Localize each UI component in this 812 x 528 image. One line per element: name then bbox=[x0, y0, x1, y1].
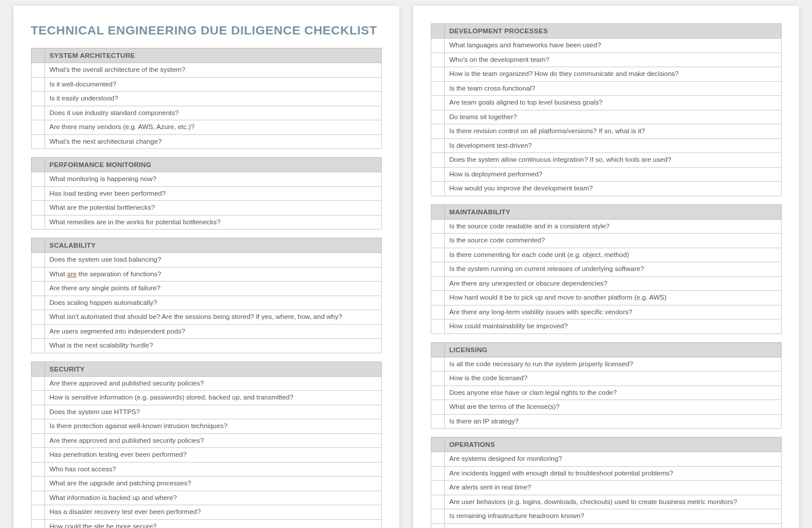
checkbox-cell[interactable] bbox=[431, 96, 445, 110]
checkbox-cell[interactable] bbox=[431, 204, 445, 220]
checkbox-cell[interactable] bbox=[31, 377, 45, 391]
checklist-row: Are users segmented into independent pod… bbox=[31, 325, 382, 339]
checkbox-cell[interactable] bbox=[431, 67, 445, 82]
checkbox-cell[interactable] bbox=[431, 305, 445, 320]
checklist-item-text: What languages and frameworks have been … bbox=[445, 39, 782, 53]
checkbox-cell[interactable] bbox=[431, 400, 445, 415]
checklist-row: Has load testing ever been performed? bbox=[31, 187, 382, 202]
checkbox-cell[interactable] bbox=[31, 120, 45, 135]
checkbox-cell[interactable] bbox=[31, 157, 45, 172]
checkbox-cell[interactable] bbox=[431, 124, 445, 139]
checkbox-cell[interactable] bbox=[31, 78, 45, 92]
checklist-row: Is there revision control on all platfor… bbox=[431, 124, 782, 139]
checklist-item-text: Is the team cross-functional? bbox=[445, 82, 782, 96]
checklist-item-text: Who has root access? bbox=[45, 463, 382, 477]
checklist-item-text: Are there approved and published securit… bbox=[45, 377, 382, 391]
checkbox-cell[interactable] bbox=[431, 153, 445, 168]
checklist-row: Is it easily understood? bbox=[31, 92, 382, 106]
checkbox-cell[interactable] bbox=[31, 325, 45, 339]
checklist-row: Are there any single points of failure? bbox=[31, 282, 382, 296]
checkbox-cell[interactable] bbox=[31, 135, 45, 150]
checklist-row: Are there any unexpected or obscure depe… bbox=[431, 277, 782, 291]
checklist-row: Are alerts sent in real time? bbox=[431, 481, 782, 495]
checklist-row: How is the team organized? How do they c… bbox=[431, 67, 782, 82]
checkbox-cell[interactable] bbox=[31, 268, 45, 282]
checkbox-cell[interactable] bbox=[431, 39, 445, 53]
section-heading: PERFORMANCE MONITORING bbox=[45, 157, 382, 172]
checkbox-cell[interactable] bbox=[31, 391, 45, 405]
checkbox-cell[interactable] bbox=[31, 362, 45, 377]
checkbox-cell[interactable] bbox=[31, 491, 45, 506]
checkbox-cell[interactable] bbox=[431, 220, 445, 234]
checkbox-cell[interactable] bbox=[31, 310, 45, 325]
checkbox-cell[interactable] bbox=[431, 23, 445, 39]
checkbox-cell[interactable] bbox=[31, 253, 45, 268]
checklist-item-text: Does it use industry standard components… bbox=[45, 106, 382, 121]
checkbox-cell[interactable] bbox=[31, 505, 45, 520]
section-heading: LICENSING bbox=[445, 342, 782, 357]
checkbox-cell[interactable] bbox=[431, 524, 445, 528]
checkbox-cell[interactable] bbox=[431, 53, 445, 68]
checkbox-cell[interactable] bbox=[31, 63, 45, 78]
checkbox-cell[interactable] bbox=[431, 248, 445, 263]
checkbox-cell[interactable] bbox=[431, 437, 445, 452]
checklist-item-text: How is the code licensed? bbox=[445, 371, 782, 386]
checkbox-cell[interactable] bbox=[431, 415, 445, 429]
checkbox-cell[interactable] bbox=[431, 452, 445, 467]
checkbox-cell[interactable] bbox=[431, 82, 445, 96]
checklist-row: How could maintainability be improved? bbox=[431, 319, 782, 334]
checkbox-cell[interactable] bbox=[31, 477, 45, 491]
checkbox-cell[interactable] bbox=[31, 419, 45, 434]
checkbox-cell[interactable] bbox=[431, 342, 445, 357]
checkbox-cell[interactable] bbox=[431, 319, 445, 334]
checkbox-cell[interactable] bbox=[431, 110, 445, 125]
checklist-row: Does the system allow continuous integra… bbox=[431, 153, 782, 168]
checklist-item-text: Is it easily understood? bbox=[45, 92, 382, 106]
checkbox-cell[interactable] bbox=[431, 509, 445, 524]
checkbox-cell[interactable] bbox=[431, 277, 445, 291]
checkbox-cell[interactable] bbox=[431, 371, 445, 386]
checklist-row: Does the system use HTTPS? bbox=[31, 405, 382, 420]
section-header: MAINTAINABILITY bbox=[431, 204, 782, 220]
checkbox-cell[interactable] bbox=[31, 339, 45, 353]
checkbox-cell[interactable] bbox=[31, 405, 45, 420]
left-column: SYSTEM ARCHITECTUREWhat's the overall ar… bbox=[31, 48, 382, 528]
checkbox-cell[interactable] bbox=[31, 448, 45, 463]
checkbox-cell[interactable] bbox=[31, 187, 45, 202]
checkbox-cell[interactable] bbox=[431, 386, 445, 401]
checkbox-cell[interactable] bbox=[31, 48, 45, 63]
checkbox-cell[interactable] bbox=[31, 296, 45, 311]
checkbox-cell[interactable] bbox=[431, 481, 445, 495]
checkbox-cell[interactable] bbox=[31, 172, 45, 187]
checkbox-cell[interactable] bbox=[431, 262, 445, 277]
checklist-item-text: What's the next architectural change? bbox=[45, 135, 382, 150]
checkbox-cell[interactable] bbox=[31, 520, 45, 528]
checkbox-cell[interactable] bbox=[431, 357, 445, 372]
checklist-item-text: Is the source code readable and in a con… bbox=[445, 220, 782, 234]
checkbox-cell[interactable] bbox=[431, 182, 445, 196]
checkbox-cell[interactable] bbox=[31, 434, 45, 449]
checkbox-cell[interactable] bbox=[431, 495, 445, 510]
checkbox-cell[interactable] bbox=[31, 106, 45, 121]
checkbox-cell[interactable] bbox=[431, 234, 445, 248]
right-column: DEVELOPMENT PROCESSESWhat languages and … bbox=[431, 23, 782, 528]
checklist-row: Is the team cross-functional? bbox=[431, 82, 782, 96]
checkbox-cell[interactable] bbox=[31, 463, 45, 477]
checkbox-cell[interactable] bbox=[431, 139, 445, 154]
checkbox-cell[interactable] bbox=[31, 216, 45, 230]
checkbox-cell[interactable] bbox=[31, 282, 45, 296]
checklist-item-text: How could the site be more secure? bbox=[45, 520, 382, 528]
checkbox-cell[interactable] bbox=[431, 291, 445, 305]
checklist-item-text: Is the system running on current release… bbox=[445, 262, 782, 277]
checkbox-cell[interactable] bbox=[31, 238, 45, 253]
checkbox-cell[interactable] bbox=[31, 201, 45, 216]
checkbox-cell[interactable] bbox=[31, 92, 45, 106]
checklist-item-text: Are incidents logged with enough detail … bbox=[445, 467, 782, 481]
checklist-row: Are there many vendors (e.g. AWS, Azure,… bbox=[31, 120, 382, 135]
checklist-row: How hard would it be to pick up and move… bbox=[431, 291, 782, 305]
checklist-item-text: How could maintainability be improved? bbox=[445, 319, 782, 334]
checkbox-cell[interactable] bbox=[431, 467, 445, 481]
checklist-row: How would you improve the development te… bbox=[431, 182, 782, 196]
checklist-row: What's the overall architecture of the s… bbox=[31, 63, 382, 78]
checkbox-cell[interactable] bbox=[431, 168, 445, 182]
